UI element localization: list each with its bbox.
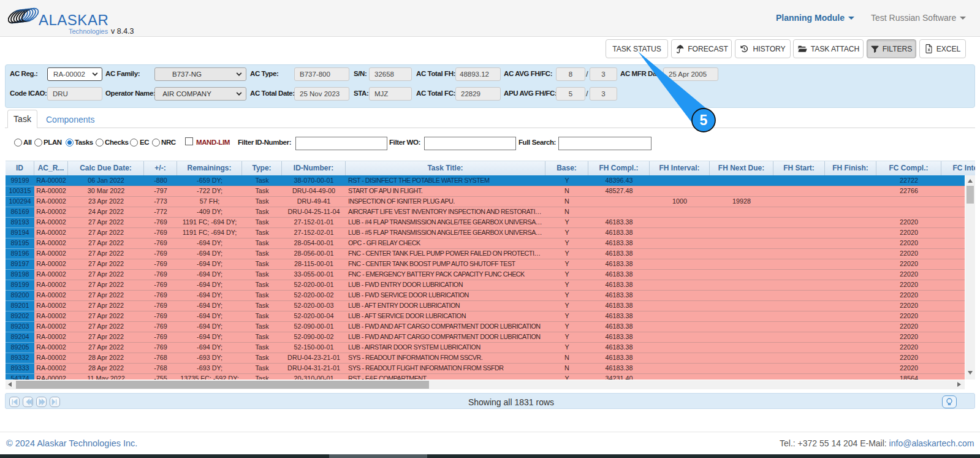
svg-text:5: 5 [700,112,708,128]
